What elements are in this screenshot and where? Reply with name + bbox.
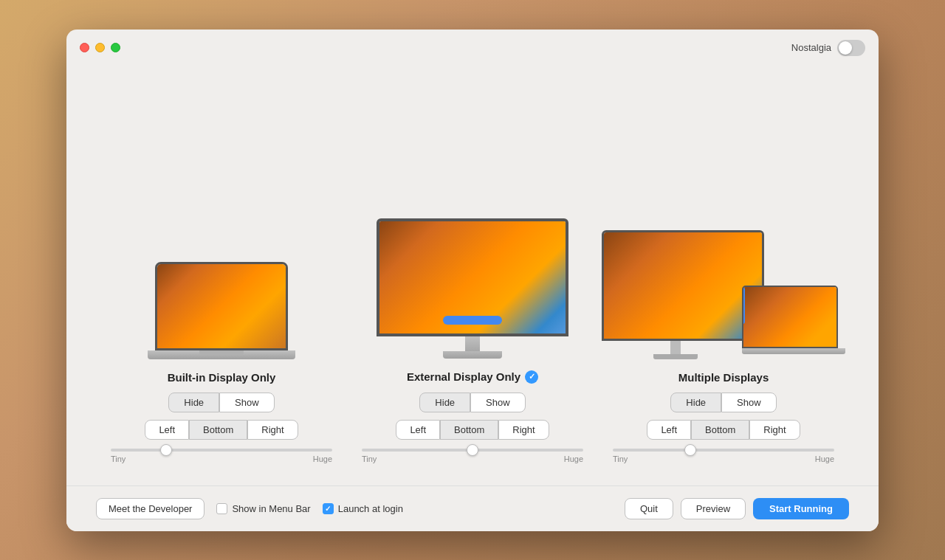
multiple-display-illustration xyxy=(613,212,834,359)
maximize-button[interactable] xyxy=(111,43,120,52)
external-slider-row: Tiny Huge xyxy=(362,449,583,463)
external-right-button[interactable]: Right xyxy=(498,420,549,440)
external-monitor-base xyxy=(443,351,502,359)
builtin-laptop-base xyxy=(148,350,295,359)
external-monitor-neck xyxy=(465,336,480,351)
multi-monitor-screen xyxy=(602,230,764,341)
external-bottom-button[interactable]: Bottom xyxy=(440,420,498,440)
multiple-display-column: Multiple Displays Hide Show Left Bottom … xyxy=(613,212,834,463)
builtin-laptop-screen xyxy=(155,262,288,350)
multiple-right-button[interactable]: Right xyxy=(749,420,800,440)
multi-laptop-base xyxy=(742,348,845,354)
multi-laptop-screen xyxy=(742,286,838,348)
show-menu-bar-text: Show in Menu Bar xyxy=(232,503,310,514)
external-huge-label: Huge xyxy=(564,454,583,463)
multi-monitor-base xyxy=(653,354,698,359)
multiple-display-title: Multiple Displays xyxy=(678,371,769,384)
external-show-button[interactable]: Show xyxy=(470,393,526,412)
builtin-tiny-label: Tiny xyxy=(111,454,126,463)
bottom-bar: Meet the Developer Show in Menu Bar Laun… xyxy=(66,485,879,531)
external-monitor-wrap xyxy=(377,218,568,359)
multiple-huge-label: Huge xyxy=(815,454,834,463)
meet-developer-button[interactable]: Meet the Developer xyxy=(96,498,205,519)
launch-login-checkbox[interactable] xyxy=(323,503,334,514)
builtin-bottom-button[interactable]: Bottom xyxy=(189,420,247,440)
multiple-position-group: Left Bottom Right xyxy=(647,420,800,440)
multiple-slider-row: Tiny Huge xyxy=(613,449,834,463)
multiple-hide-button[interactable]: Hide xyxy=(670,393,721,412)
multiple-left-button[interactable]: Left xyxy=(647,420,691,440)
bottom-left: Meet the Developer Show in Menu Bar Laun… xyxy=(96,498,625,519)
nostalgia-area: Nostalgia xyxy=(791,40,865,56)
builtin-right-button[interactable]: Right xyxy=(247,420,298,440)
builtin-slider-row: Tiny Huge xyxy=(111,449,332,463)
builtin-slider-track xyxy=(111,449,332,452)
builtin-huge-label: Huge xyxy=(313,454,332,463)
builtin-slider-labels: Tiny Huge xyxy=(111,454,332,463)
nostalgia-toggle[interactable] xyxy=(837,40,865,56)
minimize-button[interactable] xyxy=(95,43,105,52)
external-tiny-label: Tiny xyxy=(362,454,377,463)
main-window: Nostalgia Built-in Display Only Hide xyxy=(66,30,879,531)
close-button[interactable] xyxy=(80,43,89,52)
nostalgia-label: Nostalgia xyxy=(791,42,831,53)
multiple-slider-labels: Tiny Huge xyxy=(613,454,834,463)
multi-monitor-neck xyxy=(670,341,681,354)
builtin-slider-thumb[interactable] xyxy=(160,444,172,456)
multiple-visibility-group: Hide Show xyxy=(670,393,776,412)
show-menu-bar-checkbox[interactable] xyxy=(216,503,227,514)
external-slider-thumb[interactable] xyxy=(467,444,478,456)
external-monitor-screen xyxy=(377,218,568,336)
show-menu-bar-label[interactable]: Show in Menu Bar xyxy=(216,503,310,514)
external-display-column: External Display Only ✓ Hide Show Left B… xyxy=(362,211,583,463)
builtin-hide-button[interactable]: Hide xyxy=(168,393,219,412)
external-monitor-bar xyxy=(443,316,502,325)
builtin-display-column: Built-in Display Only Hide Show Left Bot… xyxy=(111,234,332,463)
multi-monitor-wallpaper xyxy=(604,232,762,339)
quit-button[interactable]: Quit xyxy=(625,498,673,519)
multiple-show-button[interactable]: Show xyxy=(721,393,777,412)
multi-laptop xyxy=(742,286,845,359)
traffic-lights xyxy=(80,43,120,52)
bottom-right: Quit Preview Start Running xyxy=(625,498,849,519)
content-area: Built-in Display Only Hide Show Left Bot… xyxy=(66,63,879,485)
builtin-display-title: Built-in Display Only xyxy=(168,371,276,384)
multiple-slider-track xyxy=(613,449,834,452)
builtin-left-button[interactable]: Left xyxy=(145,420,189,440)
external-hide-button[interactable]: Hide xyxy=(419,393,470,412)
external-display-illustration xyxy=(369,211,576,359)
multiple-slider-thumb[interactable] xyxy=(684,444,696,456)
multi-laptop-bar xyxy=(742,287,745,324)
external-display-title: External Display Only ✓ xyxy=(407,370,538,384)
external-position-group: Left Bottom Right xyxy=(396,420,549,440)
multiple-tiny-label: Tiny xyxy=(613,454,628,463)
preview-button[interactable]: Preview xyxy=(681,498,746,519)
builtin-visibility-group: Hide Show xyxy=(168,393,274,412)
multi-monitor-wrap xyxy=(602,230,749,359)
external-visibility-group: Hide Show xyxy=(419,393,525,412)
external-selected-icon: ✓ xyxy=(525,370,538,384)
start-running-button[interactable]: Start Running xyxy=(753,498,849,519)
launch-login-text: Launch at login xyxy=(338,503,403,514)
builtin-position-group: Left Bottom Right xyxy=(145,420,298,440)
builtin-show-button[interactable]: Show xyxy=(219,393,275,412)
title-bar: Nostalgia xyxy=(66,30,879,63)
external-slider-track xyxy=(362,449,583,452)
builtin-laptop-wallpaper xyxy=(157,264,286,348)
external-left-button[interactable]: Left xyxy=(396,420,440,440)
multiple-bottom-button[interactable]: Bottom xyxy=(691,420,749,440)
launch-login-label[interactable]: Launch at login xyxy=(323,503,403,514)
multi-laptop-wallpaper xyxy=(743,287,836,347)
displays-row: Built-in Display Only Hide Show Left Bot… xyxy=(96,71,849,471)
builtin-display-illustration xyxy=(148,234,295,359)
